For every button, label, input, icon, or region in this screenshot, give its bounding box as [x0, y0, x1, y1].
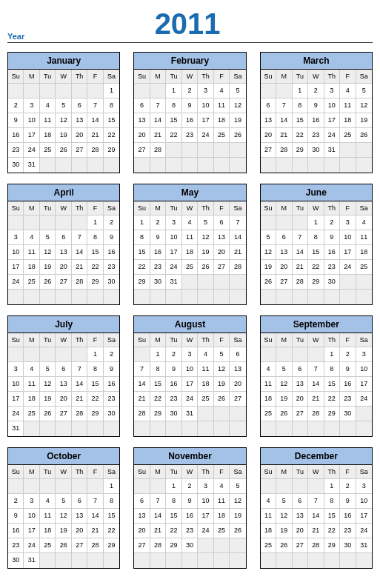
weekday-row: SuMTuWThFSa	[8, 201, 119, 216]
day-cell: 14	[150, 113, 166, 128]
day-cell-empty	[340, 290, 356, 304]
day-cell: 11	[261, 509, 276, 524]
day-cell: 23	[182, 128, 198, 143]
day-cell: 4	[261, 362, 276, 377]
weekday-header: Sa	[104, 201, 119, 216]
day-cell: 24	[198, 128, 213, 143]
weekday-header: Sa	[230, 333, 245, 347]
day-cell-empty	[8, 290, 24, 304]
weekday-header: Sa	[104, 70, 119, 84]
day-cell: 20	[72, 128, 87, 143]
day-cell: 30	[340, 538, 356, 553]
day-cell: 22	[87, 260, 103, 275]
day-cell: 10	[8, 245, 24, 260]
day-cell: 21	[276, 128, 292, 143]
weekday-header: Sa	[230, 465, 245, 479]
day-cell: 5	[56, 98, 71, 113]
day-cell: 17	[182, 377, 198, 392]
weekday-header: Su	[134, 465, 150, 479]
day-cell: 22	[134, 260, 150, 275]
day-cell: 18	[24, 392, 39, 407]
day-cell: 10	[182, 362, 198, 377]
day-cell: 18	[261, 392, 276, 407]
day-cell: 31	[182, 407, 198, 421]
day-cell: 26	[261, 275, 276, 290]
day-cell: 11	[40, 509, 56, 524]
day-cell: 10	[324, 98, 340, 113]
day-cell: 22	[150, 392, 166, 407]
weekday-header: Th	[198, 70, 213, 84]
day-cell: 15	[87, 245, 103, 260]
month-name: March	[261, 53, 372, 70]
weekday-header: M	[150, 201, 166, 216]
day-cell-empty	[261, 290, 276, 304]
day-cell-empty	[261, 347, 276, 362]
day-cell-empty	[24, 84, 39, 98]
weekday-header: Th	[198, 201, 213, 216]
day-cell: 27	[56, 407, 71, 421]
day-cell-empty	[40, 216, 56, 230]
day-cell: 23	[8, 143, 24, 158]
day-cell-empty	[214, 538, 230, 553]
day-cell: 3	[182, 347, 198, 362]
day-cell: 9	[166, 362, 181, 377]
day-cell-empty	[72, 290, 87, 304]
weekday-header: W	[182, 333, 198, 347]
day-cell: 19	[230, 113, 245, 128]
day-cell: 4	[214, 479, 230, 494]
month: OctoberSuMTuWThFSa1234567891011121314151…	[7, 447, 120, 569]
day-cell: 5	[230, 479, 245, 494]
day-cell: 18	[40, 128, 56, 143]
day-cell: 10	[8, 377, 24, 392]
day-cell: 5	[230, 84, 245, 98]
weekday-header: F	[340, 333, 356, 347]
weekday-header: M	[24, 201, 39, 216]
month-name: July	[8, 316, 119, 333]
day-cell: 30	[308, 143, 324, 158]
weekday-row: SuMTuWThFSa	[134, 201, 245, 216]
day-cell: 14	[276, 113, 292, 128]
weekday-header: Tu	[293, 201, 308, 216]
day-cell-empty	[72, 216, 87, 230]
day-cell-empty	[40, 84, 56, 98]
day-cell: 14	[72, 377, 87, 392]
weekday-header: F	[87, 465, 103, 479]
day-cell-empty	[24, 216, 39, 230]
day-cell-empty	[276, 479, 292, 494]
day-cell: 26	[214, 392, 230, 407]
weekday-header: W	[56, 70, 71, 84]
day-cell: 18	[356, 245, 372, 260]
day-cell-empty	[8, 216, 24, 230]
day-cell-empty	[214, 421, 230, 436]
day-cell: 15	[308, 245, 324, 260]
day-cell: 16	[324, 245, 340, 260]
day-cell: 2	[166, 347, 181, 362]
day-cell: 20	[214, 245, 230, 260]
day-cell: 3	[324, 84, 340, 98]
day-cell: 11	[340, 98, 356, 113]
weekday-header: W	[308, 70, 324, 84]
day-cell: 17	[166, 245, 181, 260]
month-name: January	[8, 53, 119, 70]
weekday-header: F	[214, 465, 230, 479]
days-grid: 1234567891011121314151617181920212223242…	[261, 84, 372, 173]
day-cell: 19	[276, 392, 292, 407]
day-cell: 16	[8, 128, 24, 143]
day-cell-empty	[104, 290, 119, 304]
weekday-header: F	[340, 465, 356, 479]
day-cell: 26	[276, 407, 292, 421]
day-cell: 24	[356, 392, 372, 407]
weekday-header: W	[56, 465, 71, 479]
day-cell: 10	[198, 494, 213, 509]
day-cell: 18	[24, 260, 39, 275]
day-cell: 16	[8, 524, 24, 538]
day-cell: 25	[182, 260, 198, 275]
day-cell-empty	[104, 421, 119, 436]
day-cell: 5	[276, 362, 292, 377]
day-cell: 4	[24, 230, 39, 245]
day-cell: 17	[8, 260, 24, 275]
day-cell-empty	[340, 553, 356, 568]
day-cell: 29	[166, 538, 181, 553]
day-cell: 21	[134, 392, 150, 407]
day-cell: 15	[150, 377, 166, 392]
